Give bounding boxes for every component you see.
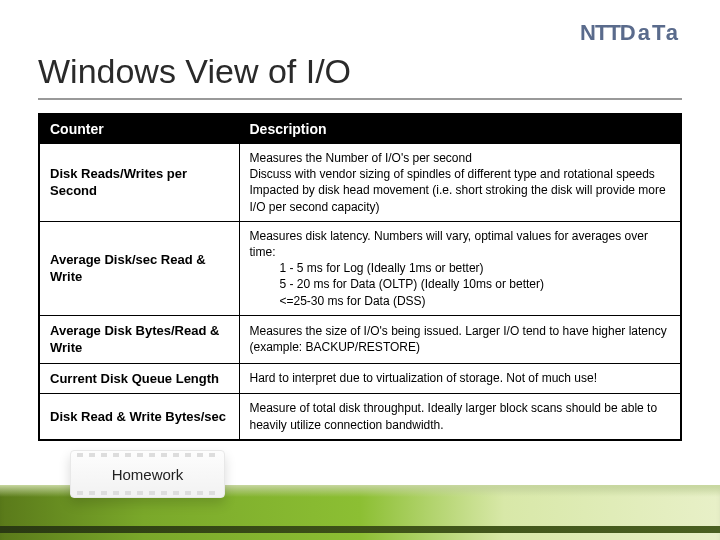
homework-badge: Homework [70,450,225,498]
counter-cell: Average Disk/sec Read & Write [39,221,239,315]
brand-part2: DaTa [620,20,680,45]
brand-logo: NTTDaTa [580,20,680,46]
description-cell: Measure of total disk throughput. Ideall… [239,394,681,440]
homework-label: Homework [112,466,184,483]
desc-pre: Measures disk latency. Numbers will vary… [250,229,648,259]
io-table: Counter Description Disk Reads/Writes pe… [38,113,682,441]
footer-dark-strip [0,526,720,533]
io-table-container: Counter Description Disk Reads/Writes pe… [38,113,682,441]
table-row: Disk Read & Write Bytes/sec Measure of t… [39,394,681,440]
page-title: Windows View of I/O [38,52,351,91]
table-row: Disk Reads/Writes per Second Measures th… [39,144,681,222]
header-description: Description [239,114,681,144]
title-underline [38,98,682,100]
desc-item: <=25-30 ms for Data (DSS) [250,293,671,309]
table-row: Average Disk/sec Read & Write Measures d… [39,221,681,315]
desc-item: 1 - 5 ms for Log (Ideally 1ms or better) [250,260,671,276]
counter-cell: Average Disk Bytes/Read & Write [39,315,239,363]
header-counter: Counter [39,114,239,144]
description-cell: Measures disk latency. Numbers will vary… [239,221,681,315]
table-row: Average Disk Bytes/Read & Write Measures… [39,315,681,363]
table-row: Current Disk Queue Length Hard to interp… [39,363,681,394]
description-cell: Measures the Number of I/O's per secondD… [239,144,681,222]
desc-item: 5 - 20 ms for Data (OLTP) (Ideally 10ms … [250,276,671,292]
counter-cell: Current Disk Queue Length [39,363,239,394]
brand-part1: NTT [580,20,620,45]
counter-cell: Disk Read & Write Bytes/sec [39,394,239,440]
description-cell: Hard to interpret due to virtualization … [239,363,681,394]
description-cell: Measures the size of I/O's being issued.… [239,315,681,363]
counter-cell: Disk Reads/Writes per Second [39,144,239,222]
table-header-row: Counter Description [39,114,681,144]
